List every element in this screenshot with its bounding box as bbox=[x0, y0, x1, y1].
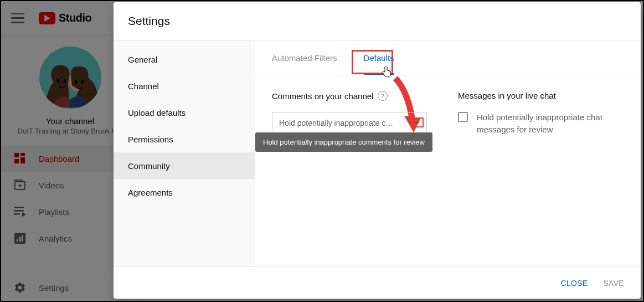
tab-defaults[interactable]: Defaults bbox=[364, 40, 394, 75]
settings-nav-permissions[interactable]: Permissions bbox=[114, 126, 255, 152]
modal-title: Settings bbox=[114, 2, 641, 40]
tabs: Automated Filters Defaults bbox=[255, 40, 641, 75]
chevron-down-icon bbox=[414, 122, 420, 125]
settings-nav-agreements[interactable]: Agreements bbox=[114, 179, 255, 206]
settings-nav: General Channel Upload defaults Permissi… bbox=[114, 40, 255, 267]
save-button[interactable]: SAVE bbox=[603, 279, 624, 288]
comments-title: Comments on your channel bbox=[272, 91, 373, 101]
hold-messages-checkbox[interactable] bbox=[458, 112, 468, 122]
settings-modal: Settings General Channel Upload defaults… bbox=[114, 2, 641, 299]
messages-column: Messages in your live chat Hold potentia… bbox=[458, 91, 624, 136]
modal-footer: CLOSE SAVE bbox=[114, 267, 641, 299]
tab-underline bbox=[364, 73, 394, 75]
close-button[interactable]: CLOSE bbox=[561, 279, 588, 288]
dropdown-tooltip: Hold potentially inappropriate comments … bbox=[255, 132, 432, 152]
tab-automated-filters[interactable]: Automated Filters bbox=[272, 40, 337, 75]
help-icon[interactable]: ? bbox=[378, 91, 388, 101]
dropdown-value: Hold potentially inappropriate c… bbox=[279, 119, 414, 127]
comments-dropdown[interactable]: Hold potentially inappropriate c… bbox=[272, 112, 427, 134]
settings-nav-upload-defaults[interactable]: Upload defaults bbox=[114, 99, 255, 126]
comments-column: Comments on your channel ? Hold potentia… bbox=[272, 91, 432, 136]
settings-nav-community[interactable]: Community bbox=[114, 152, 255, 179]
messages-title: Messages in your live chat bbox=[458, 91, 556, 100]
settings-nav-channel[interactable]: Channel bbox=[114, 73, 255, 99]
settings-nav-general[interactable]: General bbox=[114, 46, 255, 73]
hold-messages-label: Hold potentially inappropriate chat mess… bbox=[477, 111, 624, 136]
